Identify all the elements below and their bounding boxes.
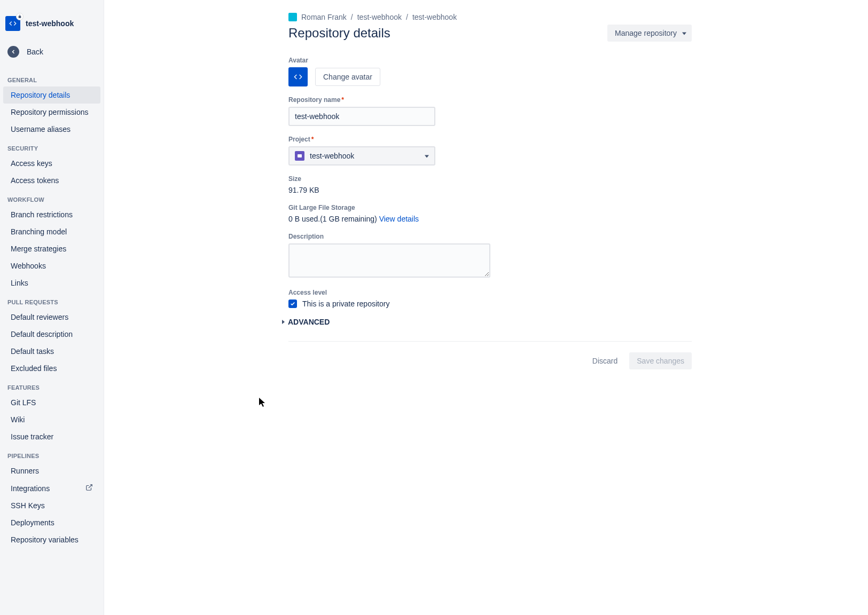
nav-section-pull-requests: PULL REQUESTS [0,291,104,309]
required-indicator: * [341,96,344,104]
repo-name-label: Repository name* [288,96,692,104]
nav-runners[interactable]: Runners [3,462,100,479]
breadcrumb-project[interactable]: test-webhook [357,13,402,21]
description-textarea[interactable] [288,243,490,278]
code-icon [294,73,302,81]
checkmark-icon [290,301,295,306]
lfs-view-details-link[interactable]: View details [379,215,419,223]
advanced-toggle[interactable]: ADVANCED [282,318,692,326]
nav-default-tasks[interactable]: Default tasks [3,343,100,360]
nav-branch-restrictions[interactable]: Branch restrictions [3,206,100,223]
avatar-label: Avatar [288,57,692,64]
svg-line-0 [89,485,92,488]
required-indicator: * [311,136,314,143]
nav-integrations[interactable]: Integrations [3,479,100,497]
breadcrumb-separator: / [351,13,353,21]
nav-ssh-keys[interactable]: SSH Keys [3,497,100,514]
nav-section-general: GENERAL [0,69,104,86]
size-label: Size [288,175,692,183]
nav-section-security: SECURITY [0,138,104,155]
save-changes-button[interactable]: Save changes [629,352,692,369]
breadcrumb-repo[interactable]: test-webhook [412,13,457,21]
settings-sidebar: test-webhook Back GENERAL Repository det… [0,0,104,615]
repo-avatar [5,16,20,31]
change-avatar-button[interactable]: Change avatar [315,68,380,86]
nav-username-aliases[interactable]: Username aliases [3,121,100,138]
discard-button[interactable]: Discard [585,352,625,369]
nav-access-keys[interactable]: Access keys [3,155,100,172]
private-repo-checkbox[interactable] [288,299,297,308]
divider [288,341,692,342]
nav-git-lfs[interactable]: Git LFS [3,394,100,411]
main-content: Roman Frank / test-webhook / test-webhoo… [104,0,868,615]
repo-avatar-preview [288,67,308,86]
nav-repository-details[interactable]: Repository details [3,86,100,104]
nav-access-tokens[interactable]: Access tokens [3,172,100,189]
external-link-icon [85,484,93,493]
lock-icon [16,13,24,20]
project-selected-value: test-webhook [310,152,354,160]
lfs-label: Git Large File Storage [288,204,692,211]
nav-excluded-files[interactable]: Excluded files [3,360,100,377]
repo-title: test-webhook [26,19,74,28]
nav-default-description[interactable]: Default description [3,326,100,343]
nav-deployments[interactable]: Deployments [3,514,100,531]
nav-issue-tracker[interactable]: Issue tracker [3,428,100,445]
manage-repository-dropdown[interactable]: Manage repository [607,25,692,42]
arrow-left-icon [7,46,19,58]
project-select[interactable]: test-webhook [288,146,435,165]
size-value: 91.79 KB [288,186,692,194]
nav-links[interactable]: Links [3,274,100,291]
nav-repository-variables[interactable]: Repository variables [3,531,100,548]
private-repo-label: This is a private repository [302,299,389,308]
breadcrumb-separator: / [406,13,408,21]
nav-wiki[interactable]: Wiki [3,411,100,428]
breadcrumb-owner[interactable]: Roman Frank [301,13,347,21]
repo-header: test-webhook [0,0,104,41]
nav-repository-permissions[interactable]: Repository permissions [3,104,100,121]
back-button[interactable]: Back [0,41,104,69]
form-footer: Discard Save changes [288,352,692,369]
nav-branching-model[interactable]: Branching model [3,223,100,240]
breadcrumb: Roman Frank / test-webhook / test-webhoo… [288,13,692,21]
nav-webhooks[interactable]: Webhooks [3,257,100,274]
workspace-icon [288,13,297,21]
nav-section-pipelines: PIPELINES [0,445,104,462]
chevron-down-icon [425,155,429,158]
repo-name-input[interactable] [288,107,435,126]
project-label: Project* [288,136,692,143]
nav-section-features: FEATURES [0,377,104,394]
chevron-right-icon [282,320,285,324]
nav-default-reviewers[interactable]: Default reviewers [3,309,100,326]
nav-section-workflow: WORKFLOW [0,189,104,206]
back-label: Back [27,48,43,56]
page-title: Repository details [288,26,390,41]
project-badge-icon [295,151,304,161]
nav-merge-strategies[interactable]: Merge strategies [3,240,100,257]
description-label: Description [288,233,692,240]
access-level-label: Access level [288,289,692,296]
lfs-value: 0 B used.(1 GB remaining) View details [288,215,692,223]
